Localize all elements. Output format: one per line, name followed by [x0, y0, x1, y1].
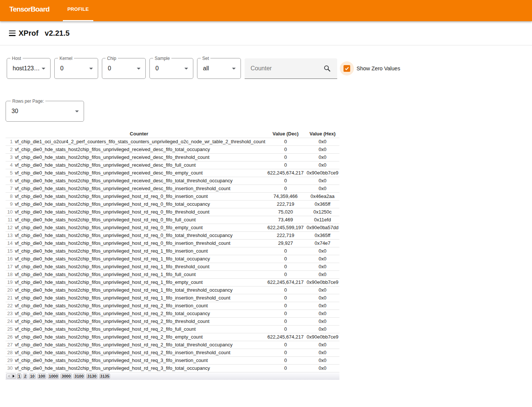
counter-name-cell: vf_chip_die0_hde_stats_host2chip_fifos_u…: [13, 161, 265, 169]
page-button-100[interactable]: 100: [38, 374, 46, 379]
chip-select[interactable]: Chip 0: [102, 58, 146, 79]
host-select-value: host123…: [13, 65, 40, 72]
row-number-cell: 5: [6, 169, 13, 177]
value-dec-cell: 0: [265, 317, 306, 325]
value-dec-cell: 0: [265, 255, 306, 263]
value-hex-cell: 0x0: [306, 138, 339, 145]
counter-name-cell: vf_chip_die0_hde_stats_host2chip_fifos_u…: [13, 356, 265, 364]
value-dec-cell: 622,245,599,197: [265, 224, 306, 231]
page-button-1[interactable]: 1: [17, 374, 21, 379]
counter-name-cell: vf_chip_die0_hde_stats_host2chip_fifos_u…: [13, 317, 265, 325]
table-row: 21vf_chip_die0_hde_stats_host2chip_fifos…: [6, 294, 339, 302]
value-hex-cell: 0x0: [306, 349, 339, 356]
row-number-cell: 21: [6, 294, 13, 302]
counter-name-cell: vf_chip_die0_hde_stats_host2chip_fifos_u…: [13, 278, 265, 286]
counter-column-header: Counter: [13, 130, 265, 138]
kernel-select-value: 0: [60, 65, 64, 72]
table-row: 18vf_chip_die0_hde_stats_host2chip_fifos…: [6, 270, 339, 278]
rows-per-page-select[interactable]: Rows per Page: 30: [6, 101, 84, 122]
row-number-header: [6, 130, 13, 138]
chevron-down-icon: [89, 68, 93, 70]
kernel-select[interactable]: Kernel 0: [54, 58, 98, 79]
counter-name-cell: vf_chip_die0_hde_stats_host2chip_fifos_u…: [13, 270, 265, 278]
counter-search-field[interactable]: Counter: [245, 58, 337, 79]
chevron-down-icon: [184, 68, 188, 70]
prev-page-button[interactable]: [6, 374, 11, 379]
value-dec-cell: 0: [265, 364, 306, 372]
counters-table-zone: Counter Value (Dec) Value (Hex) 1vf_chip…: [0, 130, 532, 380]
show-zero-values-label: Show Zero Values: [357, 65, 400, 71]
page-button-3135[interactable]: 3135: [99, 374, 110, 379]
row-number-cell: 26: [6, 333, 13, 341]
table-body: 1vf_chip_die1_oci_o2cur4_2_perf_counters…: [6, 138, 339, 372]
table-row: 11vf_chip_die0_hde_stats_host2chip_fifos…: [6, 216, 339, 224]
value-dec-cell: 0: [265, 294, 306, 302]
table-row: 24vf_chip_die0_hde_stats_host2chip_fifos…: [6, 317, 339, 325]
tab-profile[interactable]: PROFILE: [63, 0, 93, 21]
counter-name-cell: vf_chip_die0_hde_stats_host2chip_fifos_u…: [13, 177, 265, 185]
tensorboard-logo: TensorBoard: [9, 5, 49, 13]
table-row: 22vf_chip_die0_hde_stats_host2chip_fifos…: [6, 302, 339, 310]
table-row: 20vf_chip_die0_hde_stats_host2chip_fifos…: [6, 286, 339, 294]
counter-name-cell: vf_chip_die0_hde_stats_host2chip_fifos_u…: [13, 239, 265, 247]
top-toolbar: TensorBoard PROFILE: [0, 0, 532, 21]
table-row: 30vf_chip_die0_hde_stats_host2chip_fifos…: [6, 364, 339, 372]
row-number-cell: 27: [6, 341, 13, 349]
counter-name-cell: vf_chip_die0_hde_stats_host2chip_fifos_u…: [13, 333, 265, 341]
value-dec-cell: 73,469: [265, 216, 306, 224]
value-dec-cell: 0: [265, 341, 306, 349]
set-select-label: Set: [201, 56, 210, 61]
value-dec-cell: 29,927: [265, 239, 306, 247]
table-row: 12vf_chip_die0_hde_stats_host2chip_fifos…: [6, 224, 339, 231]
value-hex-column-header: Value (Hex): [306, 130, 339, 138]
row-number-cell: 7: [6, 185, 13, 192]
counter-name-cell: vf_chip_die0_hde_stats_host2chip_fifos_u…: [13, 145, 265, 153]
page-button-1000[interactable]: 1000: [48, 374, 59, 379]
counter-name-cell: vf_chip_die0_hde_stats_host2chip_fifos_u…: [13, 302, 265, 310]
table-row: 27vf_chip_die0_hde_stats_host2chip_fifos…: [6, 341, 339, 349]
row-number-cell: 17: [6, 263, 13, 270]
page-button-3000[interactable]: 3000: [61, 374, 71, 379]
set-select[interactable]: Set all: [197, 58, 241, 79]
table-row: 1vf_chip_die1_oci_o2cur4_2_perf_counters…: [6, 138, 339, 145]
table-row: 6vf_chip_die0_hde_stats_host2chip_fifos_…: [6, 177, 339, 185]
row-number-cell: 1: [6, 138, 13, 145]
value-dec-cell: 622,245,674,217: [265, 278, 306, 286]
menu-icon[interactable]: [9, 31, 16, 36]
table-row: 8vf_chip_die0_hde_stats_host2chip_fifos_…: [6, 192, 339, 200]
table-row: 26vf_chip_die0_hde_stats_host2chip_fifos…: [6, 333, 339, 341]
sample-select-label: Sample: [153, 56, 171, 61]
value-dec-cell: 222,719: [265, 200, 306, 208]
show-zero-values-checkbox[interactable]: [340, 61, 354, 76]
value-hex-cell: 0x0: [306, 364, 339, 372]
row-number-cell: 14: [6, 239, 13, 247]
page-button-2[interactable]: 2: [23, 374, 27, 379]
value-hex-cell: 0x0: [306, 255, 339, 263]
table-row: 15vf_chip_die0_hde_stats_host2chip_fifos…: [6, 247, 339, 255]
row-number-cell: 9: [6, 200, 13, 208]
value-hex-cell: 0x0: [306, 153, 339, 161]
value-dec-cell: 0: [265, 349, 306, 356]
value-hex-cell: 0x0: [306, 341, 339, 349]
value-hex-cell: 0x0: [306, 185, 339, 192]
page-button-10[interactable]: 10: [29, 374, 35, 379]
counter-name-cell: vf_chip_die0_hde_stats_host2chip_fifos_u…: [13, 310, 265, 317]
host-select[interactable]: Host host123…: [7, 58, 51, 79]
row-number-cell: 16: [6, 255, 13, 263]
value-hex-cell: 0x0: [306, 161, 339, 169]
value-hex-cell: 0x90e0bb7ce9: [306, 278, 339, 286]
value-dec-cell: 0: [265, 356, 306, 364]
row-number-cell: 24: [6, 317, 13, 325]
rows-per-page-value: 30: [12, 108, 18, 115]
next-page-button[interactable]: [11, 374, 16, 379]
row-number-cell: 10: [6, 208, 13, 216]
table-row: 13vf_chip_die0_hde_stats_host2chip_fifos…: [6, 231, 339, 239]
sample-select[interactable]: Sample 0: [149, 58, 193, 79]
value-hex-cell: 0x0: [306, 302, 339, 310]
value-dec-cell: 0: [265, 270, 306, 278]
row-number-cell: 11: [6, 216, 13, 224]
value-dec-cell: 0: [265, 247, 306, 255]
row-number-cell: 30: [6, 364, 13, 372]
page-button-3100[interactable]: 3100: [74, 374, 84, 379]
page-button-3130[interactable]: 3130: [86, 374, 97, 379]
